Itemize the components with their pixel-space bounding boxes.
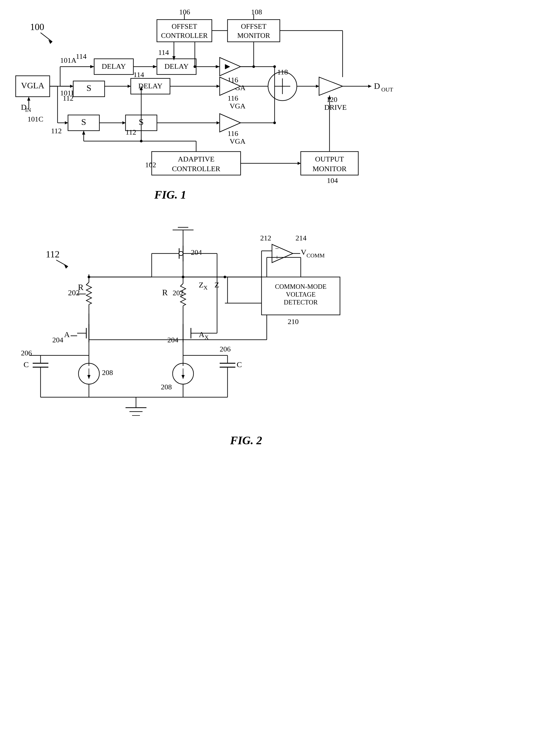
vcomm-label: V	[301, 248, 307, 256]
a-label: A	[64, 330, 70, 339]
svg-line-64	[56, 260, 68, 267]
svg-marker-16	[128, 85, 131, 88]
offset-monitor-label1: OFFSET	[241, 22, 266, 30]
label-212: 212	[260, 234, 271, 242]
vga2-text: VGA	[229, 102, 245, 110]
label-206b: 206	[220, 345, 231, 353]
svg-point-95	[223, 276, 226, 278]
dout-label: D	[374, 81, 380, 91]
svg-marker-38	[368, 85, 371, 88]
zx-sub: X	[203, 284, 208, 291]
label-204a: 204	[191, 248, 202, 256]
svg-marker-9	[153, 65, 157, 68]
fig2-caption: FIG. 2	[230, 434, 262, 447]
svg-point-88	[182, 276, 184, 278]
label-210: 210	[288, 318, 299, 326]
vga1-label: ▶	[225, 62, 230, 70]
vga3-text: VGA	[229, 137, 245, 145]
svg-marker-54	[298, 162, 301, 165]
label-112b: 112	[51, 127, 62, 135]
drive-text: DRIVE	[324, 103, 347, 111]
delay2-label: DELAY	[164, 62, 188, 70]
label-214: 214	[296, 234, 307, 242]
svg-marker-11	[216, 65, 220, 68]
label-100: 100	[30, 22, 44, 32]
common-mode-label2: VOLTAGE	[286, 291, 316, 298]
delay1-label: DELAY	[102, 62, 126, 70]
ax-sub: X	[204, 334, 209, 341]
ax-label: A	[199, 330, 204, 339]
label-101a: 101A	[60, 56, 77, 64]
din-sub: IN	[25, 107, 31, 113]
common-mode-label1: COMMON-MODE	[275, 283, 327, 290]
output-monitor-label1: OUTPUT	[315, 155, 344, 163]
r-text-left: R	[78, 282, 84, 292]
svg-point-71	[179, 251, 183, 256]
c-label-left: C	[24, 360, 29, 369]
label-114c: 114	[133, 71, 144, 79]
output-monitor-label2: MONITOR	[313, 165, 347, 173]
svg-marker-18	[216, 85, 220, 88]
r-text-right: R	[162, 288, 168, 297]
offset-controller-label1: OFFSET	[171, 22, 197, 30]
offset-monitor-label2: MONITOR	[237, 32, 270, 39]
label-101c: 101C	[27, 115, 43, 123]
label-204c: 204	[167, 336, 178, 344]
svg-marker-23	[65, 121, 68, 124]
label-208a: 208	[102, 368, 113, 377]
c-label-right: C	[237, 360, 242, 369]
vgla-label: VGLA	[21, 81, 44, 90]
vga1-triangle	[220, 57, 240, 76]
vcomm-sub: COMM	[307, 252, 325, 259]
svg-marker-36	[316, 85, 319, 88]
zx-label: Z	[199, 280, 203, 289]
label-112c: 112	[125, 128, 136, 136]
svg-marker-60	[82, 131, 85, 135]
adaptive-controller-label2: CONTROLLER	[172, 165, 220, 173]
svg-marker-14	[70, 85, 73, 88]
svg-point-49	[252, 65, 255, 68]
label-118: 118	[277, 68, 288, 76]
fig1-caption: FIG. 1	[154, 188, 186, 201]
label-112a: 112	[63, 94, 73, 102]
label-120: 120	[327, 95, 337, 103]
label-116c: 116	[227, 129, 238, 137]
adaptive-controller-label1: ADAPTIVE	[178, 155, 214, 163]
s2-label: S	[81, 117, 86, 127]
label-116b: 116	[227, 94, 238, 102]
label-108: 108	[251, 8, 262, 16]
label-204b: 204	[52, 336, 63, 344]
label-114b: 114	[158, 48, 169, 56]
label-102: 102	[145, 161, 156, 169]
diagram-svg: 100 VGLA D IN 101A 114 DELAY 114 DELAY ▶…	[0, 0, 545, 756]
opamp-minus: −	[275, 245, 279, 252]
label-114a: 114	[76, 52, 87, 60]
svg-line-0	[41, 33, 52, 42]
page: 100 VGLA D IN 101A 114 DELAY 114 DELAY ▶…	[0, 0, 545, 756]
s1-label: S	[87, 83, 91, 93]
svg-point-145	[88, 276, 90, 278]
drive-triangle	[319, 77, 343, 95]
svg-marker-25	[122, 121, 125, 124]
svg-point-62	[140, 140, 142, 142]
offset-controller-label2: CONTROLLER	[161, 32, 208, 39]
label-206a: 206	[21, 349, 32, 357]
fig2-label-112: 112	[46, 249, 60, 259]
dout-sub: OUT	[381, 86, 393, 93]
common-mode-label3: DETECTOR	[284, 299, 318, 306]
svg-marker-65	[64, 264, 68, 269]
svg-marker-7	[90, 65, 94, 68]
label-208b: 208	[161, 383, 172, 391]
label-104: 104	[327, 176, 338, 184]
label-202b: 202	[172, 289, 183, 297]
svg-marker-3	[27, 97, 30, 101]
svg-marker-27	[216, 121, 220, 124]
